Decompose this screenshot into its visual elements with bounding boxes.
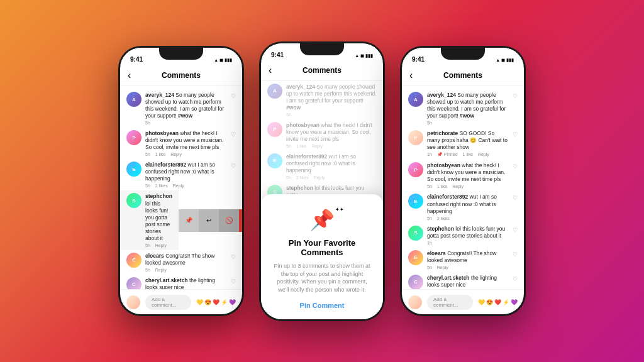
avatar: E — [267, 153, 282, 168]
avatar: A — [408, 92, 423, 107]
avatar: P — [408, 162, 423, 177]
comment-text: cheryl.art.sketch the lighting looks sup… — [427, 275, 509, 288]
comment-meta: 5h Reply — [145, 268, 227, 272]
add-comment-input-right[interactable]: Add a comment... — [427, 295, 473, 310]
avatar: P — [408, 130, 423, 145]
comment-content: petrichorate SO GOOD! So many props haha… — [427, 130, 509, 157]
comment-item: A averyk_124 So many people showed up to… — [402, 89, 524, 128]
reply-link[interactable]: Reply — [173, 184, 184, 188]
emoji-row-left: 💛😍❤️⚡💜 — [196, 299, 236, 305]
avatar: S — [126, 193, 142, 208]
comment-meta: 5h — [427, 121, 509, 125]
comment-item: E elaineforster892 wut I am so confused … — [402, 191, 524, 222]
comment-meta: 1h 📌 Pinned 1 like Reply — [427, 152, 509, 157]
phone-right: 9:41 ▲ ◼ ▮▮▮ ‹ Comments A averyk_124 So … — [400, 46, 526, 316]
comment-meta: 5h 1 like Reply — [145, 152, 227, 156]
phone-notch-middle — [300, 41, 344, 55]
screen-right: 9:41 ▲ ◼ ▮▮▮ ‹ Comments A averyk_124 So … — [402, 48, 524, 314]
heart-icon[interactable]: ♡ — [513, 227, 518, 233]
reply-link[interactable]: Reply — [452, 184, 464, 189]
screen-left: 9:41 ▲ ◼ ▮▮▮ ‹ Comments A averyk_124 So … — [120, 48, 242, 314]
comment-text: elaineforster892 wut I am so confused ri… — [145, 162, 227, 182]
pin-comment-button[interactable]: Pin Comment — [300, 302, 345, 309]
reply-link[interactable]: Reply — [170, 152, 182, 156]
heart-icon[interactable]: ♡ — [513, 195, 518, 201]
comment-item: P photosbyean what the heck! I didn't kn… — [402, 160, 524, 191]
comment-item: P photosbyean what the heck! I didn't kn… — [261, 119, 383, 151]
comments-list-right: A averyk_124 So many people showed up to… — [402, 85, 524, 289]
nav-title-middle: Comments — [303, 66, 341, 75]
heart-icon[interactable]: ♡ — [231, 163, 236, 169]
comment-text: eloears Congrats!! The show looked aweso… — [427, 250, 509, 264]
back-button-right[interactable]: ‹ — [409, 70, 413, 81]
comment-text: cheryl.art.sketch the lighting looks sup… — [145, 277, 227, 289]
heart-icon[interactable]: ♡ — [513, 131, 518, 138]
pin-action-button[interactable]: 📌 — [179, 209, 199, 232]
avatar: C — [126, 277, 142, 289]
heart-icon[interactable]: ♡ — [513, 93, 518, 99]
comment-item: P photosbyean what the heck! I didn't kn… — [120, 128, 242, 159]
add-comment-input-left[interactable]: Add a comment... — [145, 295, 191, 310]
nav-bar-left: ‹ Comments — [120, 65, 242, 85]
heart-icon[interactable]: ♡ — [513, 251, 518, 258]
comment-content: eloears Congrats!! The show looked aweso… — [427, 250, 509, 270]
avatar: E — [408, 194, 423, 209]
bottom-bar-left: Add a comment... 💛😍❤️⚡💜 — [120, 289, 242, 314]
heart-icon[interactable]: ♡ — [231, 131, 236, 138]
heart-icon[interactable]: ♡ — [513, 163, 518, 170]
comment-item: S stephchon lol this looks fun! you gott… — [402, 223, 524, 248]
comment-text: stephchon lol this looks fun! you gotta … — [427, 226, 509, 239]
phone-middle: 9:41 ▲ ◼ ▮▮▮ ‹ Comments A averyk_124 So … — [259, 41, 385, 321]
comment-content: averyk_124 So many people showed up to w… — [145, 92, 227, 125]
comment-meta: 5h1 likeReply — [286, 144, 377, 148]
comment-content: averyk_124 So many people showed up to w… — [427, 92, 509, 125]
comment-item: A averyk_124 So many people showed up to… — [120, 89, 242, 128]
back-button-left[interactable]: ‹ — [128, 70, 131, 81]
comment-item: E eloears Congrats!! The show looked awe… — [402, 248, 524, 272]
reply-link[interactable]: Reply — [437, 265, 448, 270]
comment-item-swipe: S stephchon lol this looks fun! you gott… — [120, 190, 242, 250]
status-icons-middle: ▲ ◼ ▮▮▮ — [355, 53, 373, 58]
user-avatar-right — [408, 295, 422, 309]
reply-action-button[interactable]: ↩ — [199, 209, 219, 232]
comment-meta: 5hReply — [427, 265, 509, 270]
comment-content: elaineforster892 wut I am so confused ri… — [427, 194, 509, 220]
comment-text: elaineforster892 wut I am so confused ri… — [286, 153, 377, 174]
reply-link[interactable]: Reply — [155, 243, 167, 248]
heart-icon[interactable]: ♡ — [231, 278, 236, 285]
comment-meta: 5h2 likes — [427, 216, 509, 221]
comment-content: averyk_124 So many people showed up to w… — [286, 84, 377, 117]
comment-content: cheryl.art.sketch the lighting looks sup… — [145, 277, 227, 289]
heart-icon[interactable]: ♡ — [231, 254, 236, 260]
pin-modal-desc: Pin up to 3 comments to show them at the… — [271, 262, 373, 293]
status-time-left: 9:41 — [130, 56, 143, 63]
heart-icon[interactable]: ♡ — [231, 93, 236, 99]
comment-content: photosbyean what the heck! I didn't know… — [286, 122, 377, 148]
avatar: P — [267, 122, 282, 137]
comments-list-middle: A averyk_124 So many people showed up to… — [261, 81, 383, 319]
avatar: P — [126, 130, 142, 145]
heart-icon[interactable]: ♡ — [513, 276, 518, 282]
reply-link[interactable]: Reply — [478, 152, 489, 157]
comment-content: stephchon lol this looks fun! you gotta … — [145, 193, 172, 247]
avatar: E — [126, 253, 142, 268]
avatar: A — [267, 84, 282, 99]
user-avatar-left — [126, 295, 140, 309]
comment-text: eloears Congrats!! The show looked aweso… — [145, 253, 227, 266]
comment-content: photosbyean what the heck! I didn't know… — [427, 162, 509, 189]
report-action-button[interactable]: 🚫 — [219, 209, 239, 232]
comment-meta: 5h1 likeReply — [427, 184, 509, 189]
nav-title-right: Comments — [443, 71, 482, 80]
comment-item: E eloears Congrats!! The show looked awe… — [120, 250, 242, 275]
delete-action-button[interactable]: 🗑 — [239, 209, 242, 232]
comment-text: averyk_124 So many people showed up to w… — [286, 84, 377, 111]
comment-item-pinned: P petrichorate SO GOOD! So many props ha… — [402, 128, 524, 160]
comment-content: elaineforster892 wut I am so confused ri… — [286, 153, 377, 180]
swipe-action-buttons: 📌 ↩ 🚫 🗑 — [179, 209, 242, 232]
back-button-middle[interactable]: ‹ — [269, 65, 272, 76]
comment-item: E elaineforster892 wut I am so confused … — [120, 159, 242, 190]
comment-text: stephchon lol this looks fun! you gotta … — [145, 193, 172, 241]
nav-bar-middle: ‹ Comments — [261, 61, 383, 81]
reply-link[interactable]: Reply — [155, 268, 167, 272]
comment-meta: 1h — [427, 241, 509, 245]
